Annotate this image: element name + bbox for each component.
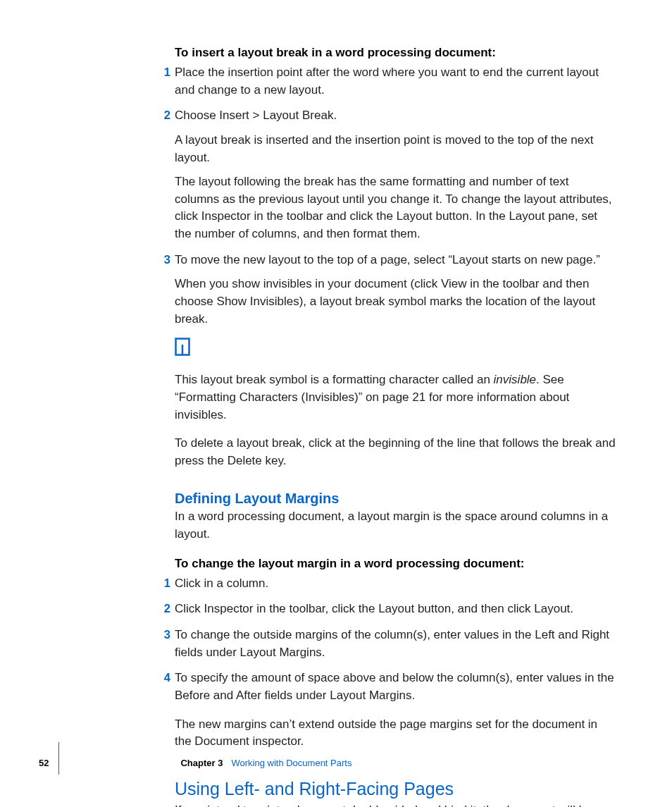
body-paragraph: To delete a layout break, click at the b… [175,435,616,469]
step-text: To change the outside margins of the col… [175,627,616,661]
step-number: 2 [158,600,170,617]
list-item: 2 Choose Insert > Layout Break. A layout… [175,107,616,242]
main-content: To insert a layout break in a word proce… [175,45,616,807]
chapter-label: Chapter 3 [180,758,223,768]
layout-break-icon [175,338,190,359]
ordered-list: 1 Click in a column. 2 Click Inspector i… [175,575,616,705]
step-text: To move the new layout to the top of a p… [175,252,616,269]
subsection-heading: Defining Layout Margins [175,491,616,507]
step-text: When you show invisibles in your documen… [175,276,616,328]
text-run: This layout break symbol is a formatting… [175,373,494,386]
footer-divider [58,742,59,775]
step-text: Click in a column. [175,575,616,593]
step-number: 3 [158,627,170,643]
step-number: 1 [158,575,170,592]
page-number: 52 [39,758,49,768]
emphasis: invisible [494,373,536,386]
layout-break-icon-row [175,338,616,359]
list-item: 3 To change the outside margins of the c… [175,627,616,661]
body-paragraph: In a word processing document, a layout … [175,508,616,543]
list-item: 2 Click Inspector in the toolbar, click … [175,600,616,618]
page-footer: 52 Chapter 3 Working with Document Parts [0,744,672,772]
list-item: 3 To move the new layout to the top of a… [175,252,616,328]
footer-inner: 52 Chapter 3 Working with Document Parts [39,751,351,775]
procedure-lead: To insert a layout break in a word proce… [175,45,616,61]
section-heading: Using Left- and Right-Facing Pages [175,779,616,799]
step-text: The layout following the break has the s… [175,173,616,243]
body-paragraph: If you intend to print a document double… [175,802,616,807]
list-item: 1 Click in a column. [175,575,616,593]
list-item: 1 Place the insertion point after the wo… [175,64,616,99]
step-text: Click Inspector in the toolbar, click th… [175,600,616,618]
body-paragraph: This layout break symbol is a formatting… [175,371,616,424]
step-text: Place the insertion point after the word… [175,64,616,99]
step-number: 1 [158,64,170,81]
document-page: To insert a layout break in a word proce… [0,0,672,807]
step-text: A layout break is inserted and the inser… [175,132,616,166]
step-number: 4 [158,670,170,686]
step-text: To specify the amount of space above and… [175,670,616,704]
procedure-lead: To change the layout margin in a word pr… [175,556,616,572]
chapter-title: Working with Document Parts [231,758,351,768]
list-item: 4 To specify the amount of space above a… [175,670,616,704]
step-number: 3 [158,252,170,269]
step-text: Choose Insert > Layout Break. [175,107,616,125]
ordered-list: 1 Place the insertion point after the wo… [175,64,616,328]
step-number: 2 [158,107,170,124]
